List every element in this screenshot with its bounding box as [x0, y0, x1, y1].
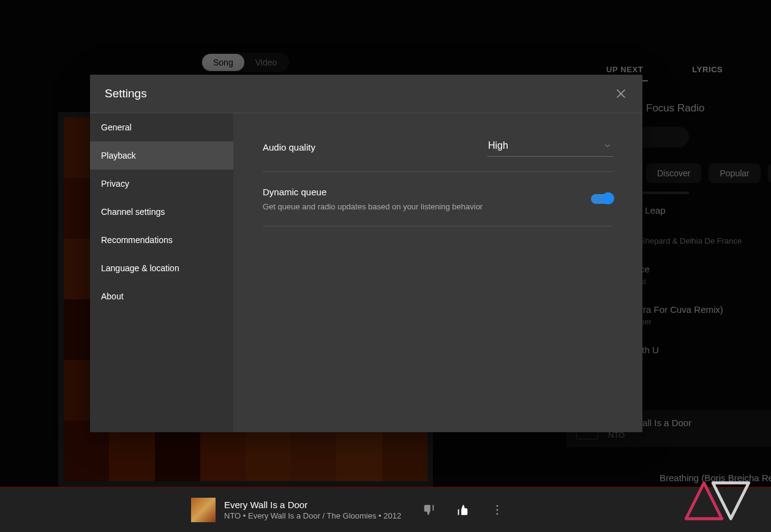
nav-general[interactable]: General	[90, 113, 233, 141]
dynamic-queue-label: Dynamic queue	[263, 187, 483, 197]
song-video-segmented[interactable]: Song Video	[201, 53, 289, 72]
audio-quality-label: Audio quality	[263, 142, 315, 152]
now-playing-subtitle: NTO • Every Wall Is a Door / The Gloomie…	[224, 511, 401, 520]
nav-playback[interactable]: Playback	[90, 141, 233, 170]
toggle-knob	[602, 192, 614, 204]
chip-discover[interactable]: Discover	[646, 163, 701, 183]
settings-dialog: Settings General Playback Privacy Channe…	[90, 75, 642, 432]
site-watermark	[679, 477, 753, 525]
now-playing-thumb[interactable]	[191, 498, 216, 522]
segment-video[interactable]: Video	[244, 54, 288, 71]
svg-point-0	[497, 505, 498, 507]
settings-nav: General Playback Privacy Channel setting…	[90, 113, 233, 432]
dynamic-queue-toggle[interactable]	[591, 194, 613, 204]
nav-language-location[interactable]: Language & location	[90, 254, 233, 282]
dynamic-queue-sub: Get queue and radio updates based on you…	[263, 202, 483, 211]
now-playing-title: Every Wall Is a Door	[224, 500, 401, 510]
nav-about[interactable]: About	[90, 282, 233, 310]
thumbs-down-icon[interactable]	[422, 503, 435, 517]
segment-song[interactable]: Song	[202, 54, 244, 71]
tab-lyrics[interactable]: LYRICS	[692, 65, 723, 81]
nav-privacy[interactable]: Privacy	[90, 170, 233, 198]
nav-channel-settings[interactable]: Channel settings	[90, 198, 233, 226]
player-bar: Every Wall Is a Door NTO • Every Wall Is…	[0, 488, 771, 532]
chip-d[interactable]: D	[768, 163, 771, 183]
audio-quality-value: High	[488, 140, 508, 151]
svg-point-1	[497, 509, 498, 511]
close-icon[interactable]	[614, 87, 628, 100]
chip-popular[interactable]: Popular	[709, 163, 760, 183]
audio-quality-select[interactable]: High	[487, 138, 613, 157]
progress-bar[interactable]	[0, 487, 771, 488]
chevron-down-icon	[603, 141, 612, 150]
thumbs-up-icon[interactable]	[456, 503, 470, 517]
svg-point-2	[497, 513, 498, 515]
nav-recommendations[interactable]: Recommendations	[90, 226, 233, 254]
more-icon[interactable]	[491, 503, 504, 517]
dialog-title: Settings	[105, 87, 147, 100]
